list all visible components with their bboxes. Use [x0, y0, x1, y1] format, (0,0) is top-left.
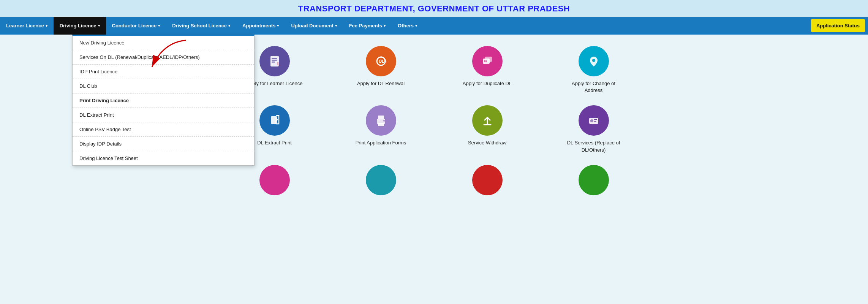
nav-learner-licence[interactable]: Learner Licence ▾ — [0, 17, 54, 35]
chevron-down-icon: ▾ — [98, 24, 100, 28]
svg-rect-16 — [378, 123, 384, 126]
application-status-button[interactable]: Application Status — [811, 19, 865, 32]
partial-icon-3[interactable] — [472, 165, 503, 195]
icon-grid-row2: DL Extract Print Print Application Forms — [225, 105, 643, 153]
dropdown-driving-licence-test-sheet[interactable]: Driving Licence Test Sheet — [73, 151, 254, 165]
svg-rect-13 — [271, 116, 277, 124]
chevron-down-icon: ▾ — [415, 24, 417, 28]
nav-fee-payments[interactable]: Fee Payments ▾ — [343, 17, 392, 35]
dropdown-print-driving-licence[interactable]: Print Driving Licence — [73, 93, 254, 108]
nav-appointments[interactable]: Appointments ▾ — [236, 17, 285, 35]
svg-rect-21 — [594, 121, 596, 122]
print-forms-icon[interactable] — [366, 105, 396, 136]
svg-rect-14 — [378, 116, 384, 119]
icon-cell-duplicate-dl: DL Apply for Duplicate DL — [438, 46, 537, 94]
dl-services-icon[interactable] — [579, 105, 609, 136]
svg-rect-4 — [272, 62, 275, 63]
icon-cell-partial-4 — [544, 165, 643, 195]
dropdown-display-idp-details[interactable]: Display IDP Details — [73, 137, 254, 151]
icon-cell-change-address: Apply for Change of Address — [544, 46, 643, 94]
dl-renewal-icon[interactable]: DL — [366, 46, 396, 76]
main-nav: Learner Licence ▾ Driving Licence ▾ Cond… — [0, 17, 868, 35]
partial-icon-2[interactable] — [366, 165, 396, 195]
svg-rect-2 — [272, 58, 277, 59]
chevron-down-icon: ▾ — [158, 24, 160, 28]
icon-cell-dl-renewal: DL Apply for DL Renewal — [332, 46, 430, 94]
partial-icon-1[interactable] — [259, 165, 290, 195]
dl-services-label: DL Services (Replace of DL/Others) — [565, 139, 622, 153]
dl-extract-icon[interactable] — [259, 105, 290, 136]
svg-point-12 — [592, 59, 595, 62]
dropdown-services-on-dl[interactable]: Services On DL (Renewal/Duplicate/AEDL/I… — [73, 50, 254, 65]
svg-rect-20 — [594, 119, 597, 120]
icon-grid-row3-partial — [225, 165, 643, 195]
svg-text:DL: DL — [484, 60, 488, 63]
icon-grid-row1: L Apply for Learner Licence DL Apply for… — [225, 46, 643, 94]
chevron-down-icon: ▾ — [335, 24, 337, 28]
nav-driving-licence[interactable]: Driving Licence ▾ — [54, 17, 106, 35]
svg-point-17 — [383, 120, 385, 122]
chevron-down-icon: ▾ — [228, 24, 230, 28]
svg-rect-3 — [272, 60, 277, 61]
nav-upload-document[interactable]: Upload Document ▾ — [285, 17, 343, 35]
chevron-down-icon: ▾ — [46, 24, 47, 28]
dl-extract-label: DL Extract Print — [257, 139, 292, 146]
svg-text:L: L — [277, 62, 280, 66]
dropdown-idp-print-licence[interactable]: IDP Print Licence — [73, 65, 254, 79]
icon-cell-partial-1 — [225, 165, 324, 195]
icon-cell-print-forms: Print Application Forms — [332, 105, 430, 153]
dropdown-online-psv-badge-test[interactable]: Online PSV Badge Test — [73, 122, 254, 137]
nav-conductor-licence[interactable]: Conductor Licence ▾ — [106, 17, 166, 35]
icon-cell-partial-2 — [332, 165, 430, 195]
chevron-down-icon: ▾ — [384, 24, 386, 28]
page-title: TRANSPORT DEPARTMENT, GOVERNMENT OF UTTA… — [0, 0, 868, 17]
dropdown-dl-extract-print[interactable]: DL Extract Print — [73, 108, 254, 122]
service-withdraw-icon[interactable] — [472, 105, 503, 136]
nav-driving-school-licence[interactable]: Driving School Licence ▾ — [166, 17, 236, 35]
driving-licence-dropdown: New Driving Licence Services On DL (Rene… — [72, 35, 255, 166]
partial-icon-4[interactable] — [579, 165, 609, 195]
dropdown-dl-club[interactable]: DL Club — [73, 79, 254, 93]
change-address-label: Apply for Change of Address — [565, 80, 622, 94]
duplicate-dl-icon[interactable]: DL — [472, 46, 503, 76]
apply-learner-label: Apply for Learner Licence — [246, 80, 302, 87]
svg-text:DL: DL — [379, 59, 384, 63]
chevron-down-icon: ▾ — [277, 24, 279, 28]
print-forms-label: Print Application Forms — [356, 139, 406, 146]
service-withdraw-label: Service Withdraw — [468, 139, 506, 146]
icon-cell-partial-3 — [438, 165, 537, 195]
nav-others[interactable]: Others ▾ — [392, 17, 423, 35]
duplicate-dl-label: Apply for Duplicate DL — [463, 80, 512, 87]
apply-learner-icon[interactable]: L — [259, 46, 290, 76]
icon-cell-dl-services: DL Services (Replace of DL/Others) — [544, 105, 643, 153]
change-address-icon[interactable] — [579, 46, 609, 76]
svg-point-19 — [590, 119, 593, 122]
dl-renewal-label: Apply for DL Renewal — [357, 80, 405, 87]
dropdown-new-driving-licence[interactable]: New Driving Licence — [73, 36, 254, 50]
icon-cell-service-withdraw: Service Withdraw — [438, 105, 537, 153]
